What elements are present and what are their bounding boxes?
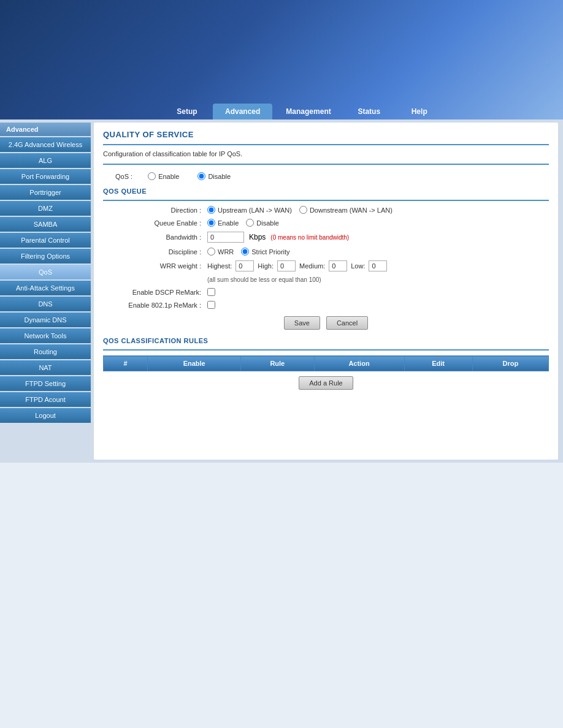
sidebar-item-wireless[interactable]: 2.4G Advanced Wireless: [0, 137, 91, 152]
sidebar-item-porttrigger[interactable]: Porttrigger: [0, 185, 91, 200]
wrr-low-label: Low:: [351, 262, 365, 270]
direction-downstream-label[interactable]: Downstream (WAN -> LAN): [299, 206, 393, 214]
sidebar-item-alg[interactable]: ALG: [0, 153, 91, 168]
wrr-note: (all sum should be less or equal than 10…: [207, 276, 321, 283]
sidebar-item-routing[interactable]: Routing: [0, 344, 91, 359]
bandwidth-controls: Kbps (0 means no limit bandwidth): [207, 232, 349, 243]
qos-radio-group: Enable Disable: [148, 172, 240, 180]
sidebar-item-network-tools[interactable]: Network Tools: [0, 328, 91, 343]
queue-disable-text: Disable: [256, 219, 279, 227]
wrr-medium-input[interactable]: [329, 260, 347, 271]
discipline-wrr-text: WRR: [218, 248, 234, 256]
bandwidth-label: Bandwidth :: [109, 233, 207, 241]
nav-tab-help[interactable]: Help: [395, 104, 444, 119]
discipline-wrr-label[interactable]: WRR: [207, 248, 234, 256]
queue-enable-option[interactable]: Enable: [207, 219, 239, 227]
sidebar-item-filtering-options[interactable]: Filtering Options: [0, 249, 91, 264]
nav-tab-status[interactable]: Status: [345, 104, 394, 119]
queue-enable-text: Enable: [218, 219, 239, 227]
wrr-high-input[interactable]: [277, 260, 296, 271]
bandwidth-note: (0 means no limit bandwidth): [270, 234, 349, 241]
sidebar-item-nat[interactable]: NAT: [0, 360, 91, 375]
discipline-controls: WRR Strict Priority: [207, 248, 290, 256]
sidebar-item-parental-control[interactable]: Parental Control: [0, 233, 91, 248]
wrr-highest-input[interactable]: [236, 260, 254, 271]
wrr-high-label: High:: [258, 262, 274, 270]
discipline-strict-text: Strict Priority: [251, 248, 289, 256]
direction-downstream-radio[interactable]: [299, 206, 307, 214]
direction-upstream-radio[interactable]: [207, 206, 215, 214]
sidebar-item-logout[interactable]: Logout: [0, 408, 91, 423]
title-divider: [103, 144, 549, 145]
dscp-control: [207, 288, 215, 296]
qos-enable-radio[interactable]: [148, 172, 156, 180]
bandwidth-unit: Kbps: [249, 233, 266, 241]
queue-disable-radio[interactable]: [246, 219, 254, 227]
sidebar-item-samba[interactable]: SAMBA: [0, 217, 91, 232]
sidebar-item-anti-attack[interactable]: Anti-Attack Settings: [0, 281, 91, 295]
bandwidth-input[interactable]: [207, 232, 244, 243]
bandwidth-row: Bandwidth : Kbps (0 means no limit bandw…: [103, 232, 549, 243]
sidebar-item-ftpd-setting[interactable]: FTPD Setting: [0, 376, 91, 391]
add-rule-button[interactable]: Add a Rule: [299, 376, 353, 390]
sidebar-item-dns[interactable]: DNS: [0, 297, 91, 311]
sidebar-header: Advanced: [0, 123, 91, 136]
col-edit: Edit: [404, 356, 472, 371]
sidebar-item-dmz[interactable]: DMZ: [0, 201, 91, 216]
queue-enable-radio[interactable]: [207, 219, 215, 227]
page-title: QUALITY OF SERVICE: [103, 130, 549, 139]
wrr-weight-group: Highest: High: Medium: Low:: [207, 260, 387, 271]
discipline-strict-radio[interactable]: [241, 248, 249, 256]
col-action: Action: [314, 356, 404, 371]
wrr-low-input[interactable]: [369, 260, 387, 271]
queue-enable-row: Queue Enable : Enable Disable: [103, 219, 549, 227]
table-header-row: # Enable Rule Action Edit Drop: [104, 356, 549, 371]
classification-divider: [103, 349, 549, 351]
button-row: Save Cancel: [103, 316, 549, 330]
sidebar-item-port-forwarding[interactable]: Port Forwarding: [0, 169, 91, 184]
discipline-wrr-radio[interactable]: [207, 248, 215, 256]
direction-upstream-label[interactable]: Upstream (LAN -> WAN): [207, 206, 292, 214]
wrr-medium-label: Medium:: [299, 262, 325, 270]
nav-tab-advanced[interactable]: Advanced: [213, 104, 272, 119]
direction-upstream-text: Upstream (LAN -> WAN): [218, 207, 292, 214]
sidebar-item-dynamic-dns[interactable]: Dynamic DNS: [0, 313, 91, 327]
nav-tab-setup[interactable]: Setup: [163, 104, 212, 119]
qos-disable-radio[interactable]: [197, 172, 205, 180]
qos-enable-label[interactable]: Enable: [148, 172, 179, 180]
direction-label: Direction :: [109, 207, 207, 214]
qos-queue-section-title: QOS QUEUE: [103, 188, 549, 195]
dscp-checkbox[interactable]: [207, 288, 215, 296]
direction-controls: Upstream (LAN -> WAN) Downstream (WAN ->…: [207, 206, 393, 214]
sidebar-item-qos[interactable]: QoS: [0, 265, 91, 279]
wrr-weight-controls: Highest: High: Medium: Low:: [207, 260, 387, 271]
rules-table: # Enable Rule Action Edit Drop: [103, 355, 549, 371]
qos-divider: [103, 164, 549, 165]
sidebar-item-ftpd-account[interactable]: FTPD Acount: [0, 392, 91, 407]
nav-tab-management[interactable]: Management: [274, 104, 343, 119]
8021p-checkbox[interactable]: [207, 301, 215, 309]
dscp-label: Enable DSCP ReMark:: [109, 289, 207, 296]
save-button[interactable]: Save: [284, 316, 320, 330]
col-hash: #: [104, 356, 148, 371]
queue-enable-controls: Enable Disable: [207, 219, 279, 227]
qos-disable-text: Disable: [208, 173, 231, 180]
top-banner: Setup Advanced Management Status Help: [0, 0, 563, 119]
discipline-label: Discipline :: [109, 248, 207, 256]
content-area: QUALITY OF SERVICE Configuration of clas…: [94, 123, 558, 460]
queue-divider: [103, 200, 549, 201]
wrr-highest-label: Highest:: [207, 262, 232, 270]
queue-enable-label: Queue Enable :: [109, 219, 207, 227]
qos-enable-row: QoS : Enable Disable: [103, 172, 549, 180]
cancel-button[interactable]: Cancel: [326, 316, 368, 330]
col-drop: Drop: [472, 356, 548, 371]
direction-row: Direction : Upstream (LAN -> WAN) Downst…: [103, 206, 549, 214]
add-rule-row: Add a Rule: [103, 376, 549, 390]
dscp-row: Enable DSCP ReMark:: [103, 288, 549, 296]
col-enable: Enable: [148, 356, 241, 371]
discipline-strict-label[interactable]: Strict Priority: [241, 248, 289, 256]
queue-disable-option[interactable]: Disable: [246, 219, 279, 227]
qos-disable-label[interactable]: Disable: [197, 172, 231, 180]
8021p-label: Enable 802.1p ReMark :: [109, 301, 207, 309]
wrr-weight-row: WRR weight : Highest: High: Medium: Low:: [103, 260, 549, 271]
